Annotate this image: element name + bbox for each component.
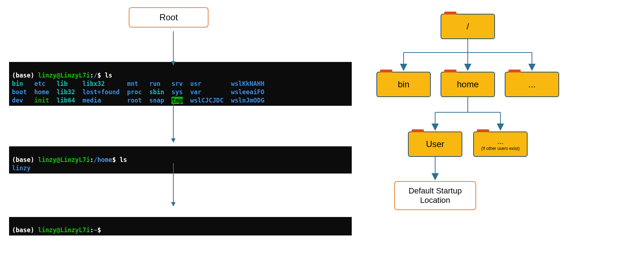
folder-etc-label: ... bbox=[528, 79, 536, 89]
t1-r2c6: sys bbox=[172, 88, 183, 96]
t1-path: / bbox=[94, 72, 97, 79]
t3-colon: : bbox=[90, 226, 94, 234]
folder-other-main: ... (If other users exist) bbox=[481, 137, 520, 151]
folder-etc-dots: ... bbox=[505, 72, 559, 97]
t1-r3c0: dev bbox=[12, 97, 23, 104]
t2-base: (base) bbox=[12, 156, 38, 163]
t1-r2c1: home bbox=[34, 88, 49, 96]
t1-r3c8: wslnJmODG bbox=[231, 97, 264, 104]
terminal-root-ls: (base) linzy@LinzyL7i:/$ ls bin etc lib … bbox=[9, 62, 352, 106]
folder-bin-label: bin bbox=[398, 79, 409, 89]
t1-userhost: linzy@LinzyL7i bbox=[38, 72, 90, 79]
t2-cmd: ls bbox=[120, 156, 127, 163]
t2-userhost: linzy@LinzyL7i bbox=[38, 156, 90, 163]
t1-base: (base) bbox=[12, 72, 38, 79]
t1-r1c3: libx32 bbox=[83, 80, 105, 87]
folder-user-label: User bbox=[426, 139, 445, 149]
t1-dollar: $ bbox=[97, 72, 104, 79]
terminal-user-home: (base) linzy@LinzyL7i:~$ bbox=[9, 217, 352, 236]
t1-r1c0: bin bbox=[12, 80, 23, 87]
t1-r3c3: media bbox=[83, 97, 101, 104]
arrow-term2-to-term3 bbox=[169, 163, 178, 206]
t1-r3c1: init bbox=[34, 97, 49, 104]
t1-r1c1: etc bbox=[34, 80, 45, 87]
folder-bin: bin bbox=[376, 72, 431, 97]
folder-other-main-text: ... bbox=[498, 137, 504, 145]
svg-marker-1 bbox=[171, 61, 176, 66]
folder-other-users: ... (If other users exist) bbox=[473, 132, 528, 157]
folder-home: home bbox=[441, 72, 495, 97]
t3-dollar: $ bbox=[97, 226, 101, 234]
root-label: Root bbox=[160, 12, 178, 22]
t1-r3c5: snap bbox=[149, 97, 164, 104]
t1-r2c4: proc bbox=[127, 88, 142, 96]
t1-r1c4: mnt bbox=[127, 80, 138, 87]
folder-root: / bbox=[441, 14, 495, 39]
t2-r1: linzy bbox=[12, 164, 30, 172]
t1-r2c3: lost+found bbox=[83, 88, 120, 96]
t3-userhost: linzy@LinzyL7i bbox=[38, 226, 90, 234]
tree-connectors bbox=[363, 4, 638, 257]
t1-cmd: ls bbox=[105, 72, 112, 79]
t1-r2c7: var bbox=[190, 88, 201, 96]
t1-colon: : bbox=[90, 72, 94, 79]
root-label-box: Root bbox=[129, 7, 209, 28]
t1-r3c4: root bbox=[127, 97, 142, 104]
t3-path: ~ bbox=[94, 226, 97, 234]
svg-marker-5 bbox=[171, 202, 176, 206]
t1-r1c7: usr bbox=[190, 80, 201, 87]
startup-label: Default Startup Location bbox=[395, 186, 475, 205]
terminal-home-ls: (base) linzy@LinzyL7i:/home$ ls linzy bbox=[9, 146, 352, 174]
t1-r1c2: lib bbox=[57, 80, 68, 87]
t2-path: /home bbox=[94, 156, 112, 163]
t1-r2c2: lib32 bbox=[57, 88, 75, 96]
t1-r1c5: run bbox=[149, 80, 161, 87]
folder-home-label: home bbox=[457, 79, 479, 89]
t1-r3c7: wslCJCJDC bbox=[190, 97, 223, 104]
svg-marker-3 bbox=[171, 138, 176, 143]
t3-base: (base) bbox=[12, 226, 38, 234]
arrow-root-to-term1 bbox=[169, 31, 178, 66]
default-startup-location: Default Startup Location bbox=[394, 181, 476, 210]
t2-colon: : bbox=[90, 156, 94, 163]
t1-r1c6: srv bbox=[172, 80, 183, 87]
t1-r1c8: wslKkNAHH bbox=[231, 80, 264, 87]
folder-user: User bbox=[408, 132, 462, 157]
t1-r2c0: boot bbox=[12, 88, 27, 96]
folder-other-sub-text: (If other users exist) bbox=[481, 146, 520, 151]
t2-dollar: $ bbox=[112, 156, 119, 163]
t1-r2c8: wsleeaiFO bbox=[231, 88, 264, 96]
t1-r2c5: sbin bbox=[149, 88, 164, 96]
arrow-term1-to-term2 bbox=[169, 102, 178, 143]
t1-r3c2: lib64 bbox=[57, 97, 75, 104]
folder-root-label: / bbox=[467, 21, 469, 32]
